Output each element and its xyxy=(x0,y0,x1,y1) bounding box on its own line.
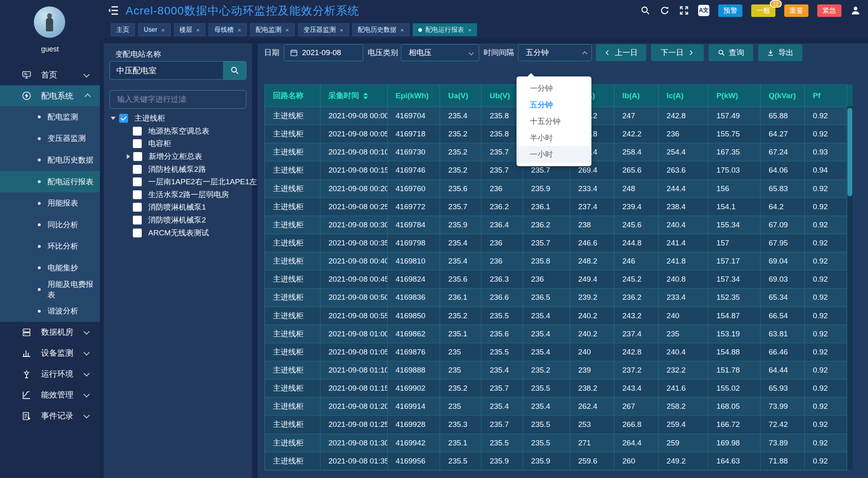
tree-node-电容柜[interactable]: 电容柜 xyxy=(104,138,252,150)
refresh-icon[interactable] xyxy=(659,5,670,16)
sidebar-subitem-电能集抄[interactable]: 电能集抄 xyxy=(0,257,100,279)
sidebar-subitem-同比分析[interactable]: 同比分析 xyxy=(0,214,100,236)
tree-node-主进线柜[interactable]: 主进线柜 xyxy=(104,111,252,125)
cell-Uc(V): 235.8 xyxy=(523,252,570,270)
tree-node-label: 消防喷淋机械泵2 xyxy=(148,215,206,225)
tab-close-icon[interactable]: × xyxy=(161,27,165,33)
language-icon[interactable]: A文 xyxy=(698,5,709,16)
tab-close-icon[interactable]: × xyxy=(238,27,241,33)
menu-fold-icon[interactable] xyxy=(108,5,119,16)
tree-node-一层南1APE2右一层北1APE1左[interactable]: 一层南1APE2右一层北1APE1左 xyxy=(104,175,252,188)
alarm-badge-紧急[interactable]: 紧急 xyxy=(817,4,841,17)
station-search-input[interactable] xyxy=(110,62,223,79)
dropdown-option-一分钟[interactable]: 一分钟 xyxy=(517,80,591,97)
station-search-button[interactable] xyxy=(223,62,246,79)
prev-day-button[interactable]: 上一日 xyxy=(596,44,646,61)
sidebar-subitem-环比分析[interactable]: 环比分析 xyxy=(0,236,100,258)
tab-User[interactable]: User× xyxy=(138,23,171,36)
caret-collapsed-icon[interactable] xyxy=(127,154,130,159)
sidebar-item-运行环境[interactable]: 运行环境 xyxy=(0,364,100,385)
sidebar-item-配电系统[interactable]: 配电系统 xyxy=(0,85,100,106)
tree-node-地源热泵空调总表[interactable]: 地源热泵空调总表 xyxy=(104,125,252,138)
export-button[interactable]: 导出 xyxy=(758,44,802,61)
sidebar-item-label: 数据机房 xyxy=(41,327,85,338)
checkbox-电容柜[interactable] xyxy=(133,139,142,148)
checkbox-ARCM无线表测试[interactable] xyxy=(133,229,142,237)
tab-close-icon[interactable]: × xyxy=(196,27,200,33)
cell-回路名称: 主进线柜 xyxy=(265,107,320,125)
next-day-button[interactable]: 下一日 xyxy=(651,44,704,61)
cell-采集时间: 2021-09-08 00:05 xyxy=(320,125,388,143)
tab-楼层[interactable]: 楼层× xyxy=(174,23,206,36)
checkbox-地源热泵空调总表[interactable] xyxy=(133,127,142,136)
sidebar-subitem-配电运行报表[interactable]: 配电运行报表 xyxy=(0,171,100,193)
sidebar-subitem-用能报表[interactable]: 用能报表 xyxy=(0,192,100,214)
tab-配电运行报表[interactable]: 配电运行报表× xyxy=(413,23,477,36)
sidebar-item-事件记录[interactable]: 事件记录 xyxy=(0,406,100,426)
tree-node-消防栓机械泵2路[interactable]: 消防栓机械泵2路 xyxy=(104,163,252,176)
query-button[interactable]: 查询 xyxy=(709,44,753,61)
dropdown-option-半小时[interactable]: 半小时 xyxy=(517,130,591,146)
sidebar-item-设备监测[interactable]: 设备监测 xyxy=(0,343,100,364)
dropdown-option-一小时[interactable]: 一小时 xyxy=(517,146,591,163)
table-row: 主进线柜2021-09-08 00:404169810235.4236235.8… xyxy=(265,252,847,270)
scrollbar-thumb[interactable] xyxy=(847,108,852,196)
tab-close-icon[interactable]: × xyxy=(401,27,404,33)
tab-close-icon[interactable]: × xyxy=(468,27,471,33)
sidebar-item-数据机房[interactable]: 数据机房 xyxy=(0,322,100,343)
alarm-badge-预警[interactable]: 预警 xyxy=(718,4,742,17)
interval-select[interactable]: 五分钟 xyxy=(518,44,592,61)
tree-node-消防喷淋机械泵2[interactable]: 消防喷淋机械泵2 xyxy=(104,214,252,227)
cell-Q(kVar): 66.46 xyxy=(761,343,805,361)
sidebar-subitem-配电历史数据[interactable]: 配电历史数据 xyxy=(0,149,100,171)
alarm-badges: 预警一般12重要紧急 xyxy=(718,4,841,17)
tab-close-icon[interactable]: × xyxy=(340,27,343,33)
tab-close-icon[interactable]: × xyxy=(285,27,289,33)
scrollbar-cap xyxy=(847,84,853,106)
sidebar-subitem-用能及电费报表[interactable]: 用能及电费报表 xyxy=(0,279,100,301)
tab-主页[interactable]: 主页 xyxy=(111,23,135,36)
cell-Pf: 0.92 xyxy=(805,343,847,361)
sort-icon[interactable] xyxy=(363,93,368,99)
tab-变压器监测[interactable]: 变压器监测× xyxy=(298,23,349,36)
sidebar-subitem-变压器监测[interactable]: 变压器监测 xyxy=(0,128,100,150)
tab-母线槽[interactable]: 母线槽× xyxy=(209,23,247,36)
dropdown-option-五分钟[interactable]: 五分钟 xyxy=(517,97,591,113)
alarm-badge-重要[interactable]: 重要 xyxy=(784,4,808,17)
cell-Ic(A): 241.6 xyxy=(659,379,709,397)
voltage-type-select[interactable]: 相电压 xyxy=(401,44,479,61)
sidebar-subitem-谐波分析[interactable]: 谐波分析 xyxy=(0,300,100,322)
cell-Ia(A): 253 xyxy=(570,415,614,433)
tab-配电监测[interactable]: 配电监测× xyxy=(250,23,295,36)
sidebar-item-能效管理[interactable]: 能效管理 xyxy=(0,385,100,406)
cell-Pf: 0.92 xyxy=(805,452,847,470)
submenu-配电系统: 配电监测变压器监测配电历史数据配电运行报表用能报表同比分析环比分析电能集抄用能及… xyxy=(0,106,100,322)
tree-filter-input[interactable] xyxy=(110,90,246,109)
checkbox-生活水泵2路一层弱电房[interactable] xyxy=(133,190,142,199)
tree-node-ARCM无线表测试[interactable]: ARCM无线表测试 xyxy=(104,227,252,239)
date-picker[interactable]: 2021-09-08 xyxy=(284,44,363,61)
checkbox-消防喷淋机械泵1[interactable] xyxy=(133,203,142,212)
search-icon[interactable] xyxy=(640,5,651,16)
user-icon[interactable] xyxy=(850,5,861,16)
tree-node-消防喷淋机械泵1[interactable]: 消防喷淋机械泵1 xyxy=(104,201,252,214)
vertical-scrollbar[interactable] xyxy=(847,84,853,470)
cell-Ub(V): 236 xyxy=(482,234,523,252)
sidebar-subitem-配电监测[interactable]: 配电监测 xyxy=(0,106,100,128)
dropdown-option-十五分钟[interactable]: 十五分钟 xyxy=(517,113,591,130)
alarm-badge-一般[interactable]: 一般12 xyxy=(751,4,775,17)
checkbox-主进线柜[interactable] xyxy=(119,114,128,123)
checkbox-消防栓机械泵2路[interactable] xyxy=(133,165,142,174)
sidebar-item-首页[interactable]: 首页 xyxy=(0,64,100,85)
cell-Ua(V): 235.2 xyxy=(440,143,482,161)
checkbox-消防喷淋机械泵2[interactable] xyxy=(133,216,142,225)
caret-expanded-icon[interactable] xyxy=(111,117,116,120)
tree-node-生活水泵2路一层弱电房[interactable]: 生活水泵2路一层弱电房 xyxy=(104,188,252,201)
checkbox-一层南1APE2右一层北1APE1左[interactable] xyxy=(133,177,142,186)
fullscreen-icon[interactable] xyxy=(679,5,689,16)
cell-Ub(V): 236 xyxy=(482,179,523,198)
tree-node-新增分立柜总表[interactable]: 新增分立柜总表 xyxy=(104,150,252,163)
checkbox-新增分立柜总表[interactable] xyxy=(133,152,142,161)
column-header-采集时间[interactable]: 采集时间 xyxy=(320,85,388,107)
tab-配电历史数据[interactable]: 配电历史数据× xyxy=(352,23,410,36)
